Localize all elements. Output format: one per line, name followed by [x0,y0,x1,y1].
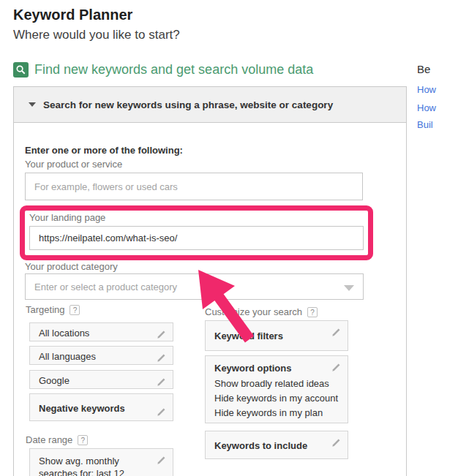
edit-pencil-icon[interactable] [331,327,342,341]
date-range-section-label: Date range ? [26,434,88,445]
box-title: Keyword filters [214,330,339,341]
landing-page-label: Your landing page [29,212,105,223]
keywords-to-include-box[interactable]: Keywords to include [205,431,348,459]
keyword-option-line: Hide keywords in my account [214,391,339,406]
date-range-label-text: Date range [26,434,72,445]
keyword-option-line: Show broadly related ideas [214,377,339,391]
page-title: Keyword Planner [13,7,132,23]
edit-pencil-icon[interactable] [156,327,167,346]
targeting-section-label: Targeting ? [26,304,80,315]
search-panel-header-label: Search for new keywords using a phrase, … [43,99,333,110]
date-range-value: Show avg. monthly searches for: last 12 … [39,455,157,476]
help-link[interactable]: Buil [417,119,433,130]
edit-pencil-icon[interactable] [156,374,167,393]
edit-pencil-icon[interactable] [156,400,167,428]
form-intro: Enter one or more of the following: [25,145,183,156]
date-range-setting[interactable]: Show avg. monthly searches for: last 12 … [29,448,173,476]
product-category-dropdown[interactable]: Enter or select a product category [25,273,364,300]
keyword-options-box[interactable]: Keyword options Show broadly related ide… [205,355,348,423]
page-subtitle: Where would you like to start? [13,28,180,42]
help-panel: Be How How Buil [417,63,458,75]
find-keywords-action[interactable]: Find new keywords and get search volume … [13,62,313,78]
customize-section-label: Customize your search ? [205,306,318,317]
box-title: Keyword options [214,363,339,374]
help-panel-heading: Be [417,63,458,75]
targeting-all-locations[interactable]: All locations [29,322,173,341]
search-icon [13,62,29,78]
option-label: All locations [39,328,89,339]
option-label: Google [39,375,70,386]
product-service-label: Your product or service [25,159,122,170]
product-service-input[interactable] [25,173,363,200]
action-heading: Find new keywords and get search volume … [34,62,313,78]
search-panel-header[interactable]: Search for new keywords using a phrase, … [13,86,407,123]
targeting-google[interactable]: Google [29,370,173,389]
help-icon[interactable]: ? [307,307,318,317]
option-label: Negative keywords [39,403,125,414]
landing-page-input[interactable] [29,226,364,250]
help-link[interactable]: How [417,84,436,95]
help-icon[interactable]: ? [78,435,88,445]
chevron-down-icon [344,285,354,291]
keyword-planner-page: Keyword Planner Where would you like to … [0,0,458,476]
targeting-negative-keywords[interactable]: Negative keywords [29,393,173,421]
keyword-option-line: Hide keywords in my plan [214,406,339,420]
keyword-filters-box[interactable]: Keyword filters [205,320,348,351]
edit-pencil-icon[interactable] [331,437,342,451]
help-link[interactable]: How [417,102,436,113]
product-category-placeholder: Enter or select a product category [34,282,177,292]
collapse-triangle-icon [29,102,36,107]
targeting-all-languages[interactable]: All languages [29,346,173,365]
edit-pencil-icon[interactable] [331,362,342,376]
box-title: Keywords to include [214,440,339,451]
product-category-label: Your product category [25,261,118,272]
targeting-label-text: Targeting [26,304,64,315]
edit-pencil-icon[interactable] [156,455,167,469]
customize-label-text: Customize your search [205,306,302,317]
edit-pencil-icon[interactable] [156,350,167,369]
help-icon[interactable]: ? [70,305,80,315]
option-label: All languages [39,351,96,362]
